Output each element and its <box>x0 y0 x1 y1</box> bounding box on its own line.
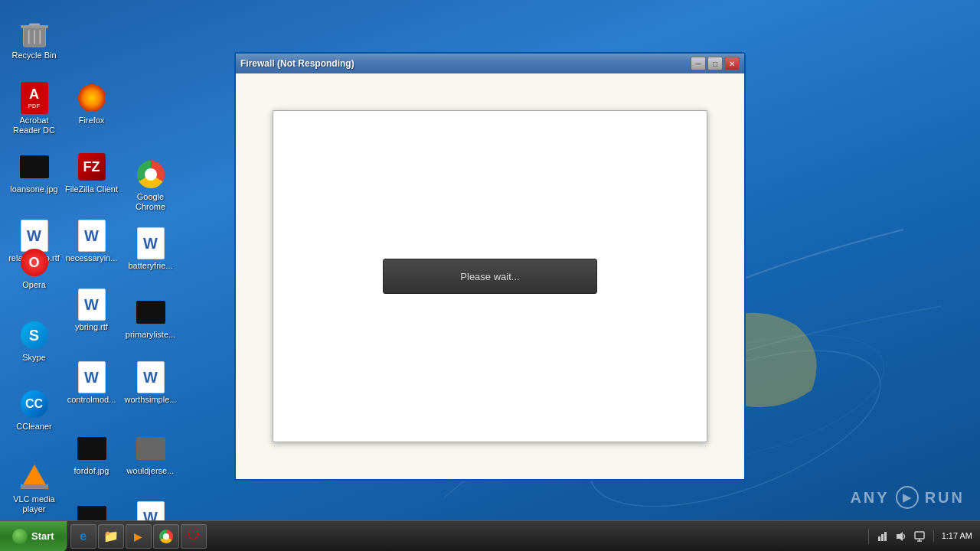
desktop-icon-necessaryin[interactable]: W necessaryin... <box>59 216 124 268</box>
desktop-icon-skype[interactable]: S Skype <box>2 315 67 367</box>
svg-rect-11 <box>884 532 887 541</box>
svg-rect-13 <box>915 532 924 539</box>
icon-label-fordof: fordof.jpg <box>74 466 109 476</box>
worthsimple-icon: W <box>137 361 165 393</box>
desktop-icon-controlmod[interactable]: W controlmod... <box>59 357 124 409</box>
start-label: Start <box>31 530 54 542</box>
window-controls: ─ □ ✕ <box>691 57 740 70</box>
window-title: Firewall (Not Responding) <box>240 58 691 69</box>
icon-label-necessaryin: necessaryin... <box>66 253 118 263</box>
acrobat-icon: A PDF <box>21 82 48 114</box>
please-wait-text: Please wait... <box>460 271 519 282</box>
desktop-icon-vlc[interactable]: VLC media player <box>2 457 67 519</box>
icon-label-ybring: ybring.rtf <box>75 322 108 332</box>
desktop-icon-loansone[interactable]: loansone.jpg <box>2 147 67 199</box>
icon-label-opera: Opera <box>22 280 46 290</box>
maximize-button[interactable]: □ <box>707 57 723 70</box>
desktop-icons-area: Recycle Bin A PDF Acrobat Reader DC loan… <box>0 8 230 520</box>
icon-label-ccleaner: CCleaner <box>16 422 51 432</box>
taskbar-middle: e 📁 ▶ 🛡 <box>67 524 868 549</box>
desktop-icon-batteryfrie[interactable]: W batteryfrie... <box>118 223 183 276</box>
desktop-icon-google-chrome[interactable]: Google Chrome <box>118 155 183 217</box>
tray-volume-icon[interactable] <box>893 529 909 544</box>
icon-label-wouldjerse: wouldjerse... <box>127 466 175 476</box>
start-button[interactable]: Start <box>0 521 67 552</box>
mediaplayer-icon: ▶ <box>134 530 142 543</box>
icon-label-google-chrome: Google Chrome <box>121 192 180 212</box>
desktop-icon-filezilla[interactable]: FZ FileZilla Client <box>59 147 124 199</box>
filezilla-icon: FZ <box>78 153 106 181</box>
icon-label-vlc: VLC media player <box>5 494 64 514</box>
taskbar-mediaplayer-button[interactable]: ▶ <box>126 524 152 549</box>
ccleaner-icon: CC <box>21 390 48 418</box>
icon-label-firefox: Firefox <box>79 116 105 126</box>
taskbar: Start e 📁 ▶ 🛡 <box>0 520 980 551</box>
icon-label-worthsimple: worthsimple... <box>125 395 177 405</box>
avira-icon: 🛡 <box>188 530 200 543</box>
window-content: Please wait... <box>236 73 744 479</box>
icon-label-controlmod: controlmod... <box>67 395 116 405</box>
taskbar-avira-button[interactable]: 🛡 <box>181 524 207 549</box>
loading-dialog: Please wait... <box>273 110 707 442</box>
icon-label-acrobat: Acrobat Reader DC <box>5 116 64 135</box>
ybring-icon: W <box>78 289 106 321</box>
svg-rect-9 <box>878 536 880 541</box>
primaryliste-icon <box>136 301 165 324</box>
desktop-icon-primaryliste[interactable]: primaryliste... <box>118 292 183 344</box>
chrome-icon <box>137 161 165 188</box>
please-wait-bar: Please wait... <box>383 259 597 294</box>
taskbar-ie-button[interactable]: e <box>70 524 96 549</box>
loansone-icon <box>20 155 49 178</box>
desktop-icon-worthsimple[interactable]: W worthsimple... <box>118 357 183 409</box>
anyrun-watermark: ANY ▶ RUN <box>850 486 965 509</box>
batteryfrie-icon: W <box>137 227 165 259</box>
icon-label-batteryfrie: batteryfrie... <box>128 261 172 271</box>
icon-label-primaryliste: primaryliste... <box>126 330 175 340</box>
window-titlebar[interactable]: Firewall (Not Responding) ─ □ ✕ <box>236 54 744 73</box>
necessaryin-icon: W <box>78 220 106 252</box>
tray-action-center-icon[interactable] <box>912 529 927 544</box>
fordof-icon <box>77 437 106 460</box>
icon-label-loansone: loansone.jpg <box>10 184 57 194</box>
firefox-icon <box>78 84 106 112</box>
tray-network-icon[interactable] <box>875 529 890 544</box>
opera-icon: O <box>21 249 48 276</box>
desktop-icon-opera[interactable]: O Opera <box>2 243 67 295</box>
desktop-icon-acrobat[interactable]: A PDF Acrobat Reader DC <box>2 78 67 140</box>
anyrun-run-text: RUN <box>925 489 965 507</box>
desktop-icon-ybring[interactable]: W ybring.rtf <box>59 285 124 337</box>
skype-icon: S <box>21 321 48 349</box>
taskbar-explorer-button[interactable]: 📁 <box>98 524 124 549</box>
system-tray <box>868 529 933 544</box>
explorer-icon: 📁 <box>103 529 119 543</box>
windows-orb-icon <box>12 529 28 544</box>
desktop-icon-recycle-bin[interactable]: Recycle Bin <box>2 13 67 65</box>
icon-label-filezilla: FileZilla Client <box>65 184 118 194</box>
svg-marker-12 <box>897 532 903 541</box>
icon-label-skype: Skype <box>22 353 46 363</box>
ie-icon: e <box>80 530 87 543</box>
anyrun-play-icon: ▶ <box>896 486 919 509</box>
clock-time: 1:17 AM <box>942 530 972 542</box>
svg-rect-10 <box>881 534 884 541</box>
taskbar-chrome-button[interactable] <box>153 524 179 549</box>
anyrun-text: ANY <box>850 489 889 507</box>
desktop: Recycle Bin A PDF Acrobat Reader DC loan… <box>0 0 980 551</box>
desktop-icon-fordof[interactable]: fordof.jpg <box>59 429 124 481</box>
close-button[interactable]: ✕ <box>724 57 740 70</box>
controlmod-icon: W <box>78 361 106 393</box>
minimize-button[interactable]: ─ <box>691 57 706 70</box>
desktop-icon-wouldjerse[interactable]: wouldjerse... <box>118 429 183 481</box>
chrome-taskbar-icon <box>159 530 173 543</box>
desktop-icon-firefox[interactable]: Firefox <box>59 78 124 130</box>
clock-area[interactable]: 1:17 AM <box>933 530 980 542</box>
wouldjerse-icon <box>136 437 165 460</box>
desktop-icon-ccleaner[interactable]: CC CCleaner <box>2 384 67 436</box>
firewall-window: Firewall (Not Responding) ─ □ ✕ Please w… <box>234 52 746 481</box>
svg-rect-5 <box>21 25 48 28</box>
icon-label-recycle-bin: Recycle Bin <box>11 51 56 60</box>
